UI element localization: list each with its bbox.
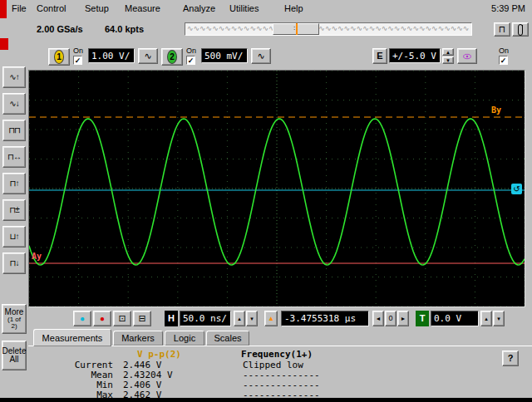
marker-b-label[interactable]: By [491,105,501,115]
channel2-on-label: On [186,47,196,55]
setup-hold-icon: ⊔↑ [10,233,19,241]
external-on-label: On [499,47,509,55]
edge-falling-icon: ∿↓ [9,100,18,108]
tab-markers[interactable]: Markers [113,331,163,346]
memory-waveform-preview: ∿∿∿∿∿∿∿∿∿∿∿∿∿∿∿∿∿∿∿∿∿∿∿∿∿∿∿∿∿∿∿∿∿∿∿∿∿∿∿∿… [187,23,470,35]
external-trigger-label: E [377,51,382,61]
bottom-edge-bar [0,398,532,402]
menu-analyze[interactable]: Analyze [183,3,215,13]
menu-help[interactable]: Help [284,3,303,13]
ch2-reference-marker[interactable]: ↺ [511,184,522,194]
channel2-badge: 2 [167,50,177,64]
channel1-badge: 1 [54,50,64,64]
more-button[interactable]: More (1 of 2) [2,304,27,334]
trigger-pulse-width-button[interactable]: ⊓↔ [2,146,26,168]
sample-rate: 2.00 GSa/s [37,24,83,34]
trigger-runt-button[interactable]: ⊓± [2,199,26,221]
channel2-on-checkbox[interactable] [186,56,195,65]
display-icon: ⊡ [118,314,126,323]
trigger-timeout-button[interactable]: ⊓↓ [2,252,26,274]
print-button[interactable]: ⊟ [133,311,151,326]
column-frequency-header: Frequency(1+) [241,349,313,360]
mouse-icon [518,24,523,36]
trigger-edge-falling-button[interactable]: ∿↓ [2,93,26,115]
pointer-mode-button[interactable] [512,22,529,37]
eye-icon [463,52,471,61]
external-range-down-button[interactable]: ▾ [442,56,454,64]
marker-a-label[interactable]: Ay [32,252,42,261]
cyan-dot-icon: ● [80,315,85,323]
clock: 5:39 PM [491,3,525,13]
trigger-edge-rising-button[interactable]: ∿↑ [2,66,26,88]
horizontal-label-box: H [165,311,178,326]
print-icon: ⊟ [138,314,145,323]
acquisition-scrollbar[interactable]: ∿∿∿∿∿∿∿∿∿∿∿∿∿∿∿∿∿∿∿∿∿∿∿∿∿∿∿∿∿∿∿∿∿∿∿∿∿∿∿∿… [185,22,472,36]
pulse-pattern-icon: ⊓⊓ [8,126,20,135]
external-on-checkbox[interactable] [499,56,508,65]
pulse-shortcut-button[interactable]: ⊓ [494,22,510,37]
menu-control[interactable]: Control [37,3,66,13]
menu-bar [0,0,532,18]
trigger-level-field[interactable]: 0.0 V [431,311,479,326]
runt-icon: ⊓± [9,206,18,214]
tab-scales[interactable]: Scales [206,331,249,346]
channel1-on-checkbox[interactable] [73,56,82,65]
timebase-up-button[interactable]: ▴ [234,311,245,326]
menu-measure[interactable]: Measure [125,3,160,13]
timebase-down-button[interactable]: ▾ [246,311,258,326]
external-trigger-button[interactable]: E [372,48,387,64]
pulse-icon: ⊓ [499,25,506,34]
timebase-field[interactable]: 50.0 ns/ [180,311,231,326]
help-button[interactable]: ? [502,351,519,366]
delay-field[interactable]: -3.4755318 µs [281,311,369,326]
oscilloscope-app: File Control Setup Measure Analyze Utili… [0,0,532,402]
trigger-level-down-button[interactable]: ▾ [493,311,505,326]
more-page-label: (1 of 2) [7,316,21,330]
sine-icon: ∿ [257,51,264,61]
delete-all-button[interactable]: Delete All [2,341,27,370]
tab-measurements[interactable]: Measurements [33,329,111,346]
external-range-field[interactable]: +/-5.0 V [389,48,441,63]
channel1-scale-field[interactable]: 1.00 V/ [88,48,135,63]
trigger-pulse-pattern-button[interactable]: ⊓⊓ [2,120,26,141]
orange-arrow-icon: ▲ [268,316,274,322]
pulse-width-icon: ⊓↔ [7,153,21,161]
delay-zero-button[interactable]: 0 [385,311,397,326]
measurement-row-min: Min 2.406 V -------------- [50,380,524,390]
red-dot-icon: ● [100,315,105,323]
channel2-button[interactable]: 2 [161,48,183,66]
measurement-row-mean: Mean 2.43204 V -------------- [50,370,524,380]
channel1-on-label: On [73,47,83,55]
sine-icon: ∿ [144,51,151,61]
trigger-glitch-button[interactable]: ⊓↑ [2,173,26,194]
menu-setup[interactable]: Setup [85,3,109,13]
menu-file[interactable]: File [12,3,27,13]
trigger-label-box: T [416,311,429,326]
channel1-setup-button[interactable]: ∿ [138,48,158,64]
timeout-icon: ⊓↓ [10,259,19,267]
record-button[interactable]: ● [93,311,111,326]
marker-cyan-button[interactable]: ● [73,311,91,326]
menu-accent-block [0,0,7,18]
scope-canvas[interactable] [29,71,525,306]
channel2-setup-button[interactable]: ∿ [251,48,271,64]
delay-left-button[interactable]: ◄ [372,311,384,326]
measurement-row-current: Current 2.446 V Clipped low [50,360,524,370]
column-vpp-header: V p-p(2) [137,349,181,360]
external-range-up-button[interactable]: ▴ [442,48,454,56]
channel2-scale-field[interactable]: 500 mV/ [201,48,248,63]
delete-all-label: All [9,355,18,364]
delay-right-button[interactable]: ► [397,311,409,326]
trigger-setup-hold-button[interactable]: ⊔↑ [2,226,26,248]
glitch-icon: ⊓↑ [10,179,19,188]
waveform-display[interactable]: By Ay ↺ [28,70,525,307]
edge-rising-icon: ∿↑ [9,73,18,81]
menu-utilities[interactable]: Utilities [229,3,259,13]
tab-logic[interactable]: Logic [165,331,204,346]
memory-depth: 64.0 kpts [105,24,144,34]
delay-reference-button[interactable]: ▲ [264,311,278,326]
display-button[interactable]: ⊡ [113,311,131,326]
probe-eye-button[interactable] [457,48,477,64]
trigger-level-up-button[interactable]: ▴ [480,311,492,326]
channel1-button[interactable]: 1 [48,48,70,66]
